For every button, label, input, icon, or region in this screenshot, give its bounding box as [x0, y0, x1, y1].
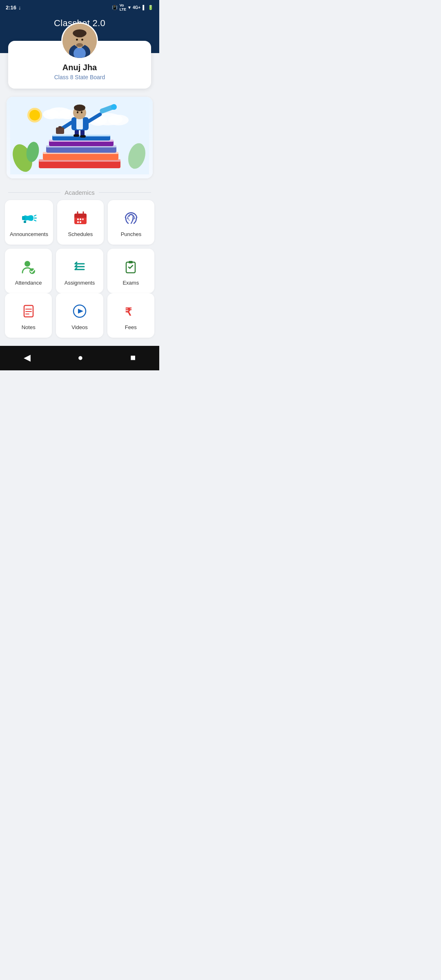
- svg-point-14: [43, 109, 59, 119]
- attendance-icon: [20, 258, 38, 276]
- grid-row-2: Attendance Assignments: [5, 249, 154, 293]
- assignments-label: Assignments: [65, 280, 95, 286]
- svg-rect-56: [74, 216, 87, 218]
- time: 2:16: [6, 4, 16, 11]
- signal-icon: ▌: [143, 5, 146, 10]
- wifi-icon: ▾: [128, 5, 131, 10]
- section-label-row: Academics: [0, 182, 159, 200]
- attendance-label: Attendance: [15, 280, 42, 286]
- svg-point-7: [76, 39, 78, 41]
- status-bar: 2:16 ↓ 📳 VoLTE ▾ 4G+ ▌ 🔋: [0, 0, 159, 14]
- svg-point-8: [81, 39, 83, 41]
- svg-point-59: [77, 218, 79, 220]
- assignments-item[interactable]: Assignments: [56, 249, 103, 293]
- volte-icon: VoLTE: [120, 3, 126, 11]
- announcements-label: Announcements: [10, 231, 48, 237]
- svg-point-2: [74, 47, 86, 59]
- assignments-icon: [71, 258, 89, 276]
- banner-section: [0, 89, 159, 182]
- svg-point-63: [80, 221, 81, 223]
- schedules-icon: [71, 209, 89, 227]
- profile-class: Class 8 State Board: [16, 74, 143, 80]
- svg-text:₹: ₹: [125, 306, 132, 318]
- svg-point-12: [29, 110, 40, 120]
- profile-name: Anuj Jha: [16, 63, 143, 72]
- nav-bar: ◀ ● ■: [0, 346, 159, 370]
- videos-item[interactable]: Videos: [56, 293, 103, 338]
- svg-rect-41: [58, 126, 62, 128]
- svg-marker-79: [78, 309, 83, 314]
- divider-left: [8, 192, 60, 193]
- divider-right: [99, 192, 151, 193]
- schedules-item[interactable]: Schedules: [57, 200, 104, 245]
- svg-rect-34: [74, 134, 79, 137]
- svg-point-6: [74, 31, 85, 38]
- svg-line-50: [34, 215, 36, 216]
- avatar-wrapper: [61, 22, 98, 59]
- punches-label: Punches: [121, 231, 142, 237]
- exams-label: Exams: [122, 280, 139, 286]
- svg-point-9: [76, 43, 83, 47]
- svg-point-64: [24, 261, 30, 267]
- recent-button[interactable]: ■: [122, 351, 144, 365]
- announcements-icon: [20, 209, 38, 227]
- grid-row-1: Announcements Schedul: [5, 200, 154, 245]
- svg-point-18: [108, 115, 129, 125]
- exams-item[interactable]: Exams: [107, 249, 154, 293]
- status-left: 2:16 ↓: [6, 4, 21, 11]
- fees-label: Fees: [125, 324, 137, 330]
- banner-illustration: [7, 97, 153, 178]
- svg-point-44: [77, 111, 78, 114]
- punches-icon: [122, 209, 140, 227]
- notes-icon: [20, 302, 38, 320]
- punches-item[interactable]: Punches: [108, 200, 154, 245]
- videos-icon: [71, 302, 89, 320]
- exams-icon: [122, 258, 140, 276]
- back-button[interactable]: ◀: [16, 351, 39, 365]
- videos-label: Videos: [71, 324, 88, 330]
- svg-rect-35: [80, 135, 86, 138]
- svg-rect-53: [24, 221, 26, 223]
- fees-item[interactable]: ₹ Fees: [107, 293, 154, 338]
- schedules-label: Schedules: [68, 231, 93, 237]
- grid-bottom-row: Notes Videos ₹ Fees: [0, 293, 159, 346]
- profile-card: Anuj Jha Class 8 State Board: [8, 41, 151, 89]
- attendance-item[interactable]: Attendance: [5, 249, 52, 293]
- svg-point-47: [111, 104, 117, 110]
- banner-card: [7, 97, 153, 178]
- vibrate-icon: 📳: [112, 5, 118, 10]
- svg-point-60: [80, 218, 81, 220]
- svg-line-52: [34, 220, 36, 221]
- battery-icon: 🔋: [148, 5, 154, 10]
- announcements-item[interactable]: Announcements: [5, 200, 53, 245]
- svg-rect-73: [129, 261, 133, 263]
- svg-point-62: [77, 221, 79, 223]
- svg-rect-40: [56, 127, 64, 134]
- section-label: Academics: [65, 189, 94, 196]
- home-button[interactable]: ●: [69, 351, 91, 365]
- svg-point-43: [74, 105, 85, 111]
- profile-section: Anuj Jha Class 8 State Board: [0, 41, 159, 89]
- svg-rect-37: [76, 118, 83, 129]
- svg-rect-49: [22, 216, 25, 220]
- svg-point-45: [81, 111, 82, 114]
- notes-label: Notes: [22, 324, 36, 330]
- svg-point-61: [82, 218, 84, 220]
- download-icon: ↓: [18, 4, 21, 11]
- fees-icon: ₹: [122, 302, 140, 320]
- avatar: [61, 22, 98, 59]
- notes-item[interactable]: Notes: [5, 293, 52, 338]
- status-right: 📳 VoLTE ▾ 4G+ ▌ 🔋: [112, 3, 154, 11]
- academics-grid: Announcements Schedul: [0, 200, 159, 293]
- network-icon: 4G+: [133, 5, 140, 10]
